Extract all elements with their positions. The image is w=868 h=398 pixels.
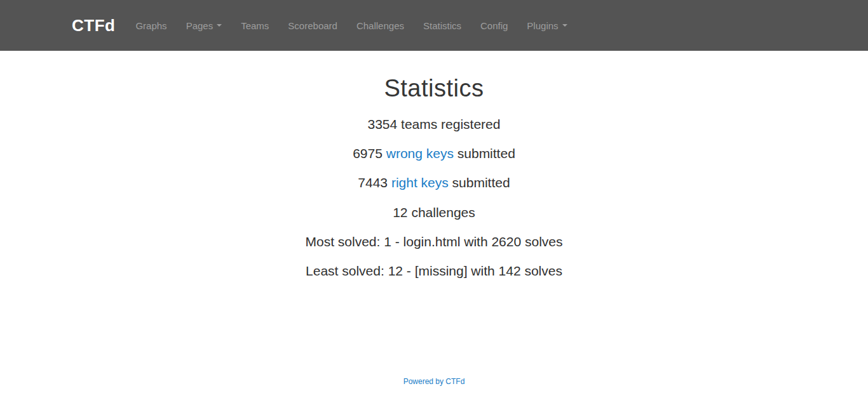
nav-item: Graphs — [126, 11, 176, 41]
nav-item: Config — [471, 11, 517, 41]
statistics-page: Statistics 3354 teams registered 6975 wr… — [0, 51, 868, 279]
right-keys-link[interactable]: right keys — [391, 175, 449, 190]
nav-item: Scoreboard — [278, 11, 347, 41]
nav-item-teams[interactable]: Teams — [231, 11, 278, 41]
footer: Powered by CTFd — [0, 375, 868, 387]
nav-item: Plugins — [517, 11, 576, 41]
nav-item-label: Teams — [241, 20, 269, 31]
nav-item: Challenges — [347, 11, 414, 41]
stat-right-keys-count: 7443 — [358, 175, 391, 190]
nav-item-pages[interactable]: Pages — [177, 11, 232, 41]
nav-item: Pages — [177, 11, 232, 41]
nav-item-label: Challenges — [356, 20, 404, 31]
stat-least-solved: Least solved: 12 - [missing] with 142 so… — [0, 263, 868, 279]
stat-wrong-keys-count: 6975 — [353, 146, 386, 161]
stat-most-solved: Most solved: 1 - login.html with 2620 so… — [0, 234, 868, 249]
nav-item-statistics[interactable]: Statistics — [414, 11, 471, 41]
nav-item-label: Pages — [186, 20, 214, 31]
nav-item-challenges[interactable]: Challenges — [347, 11, 414, 41]
nav-item-scoreboard[interactable]: Scoreboard — [278, 11, 347, 41]
stat-right-keys: 7443 right keys submitted — [0, 175, 868, 190]
brand-link[interactable]: CTFd — [72, 16, 115, 36]
nav-item-label: Statistics — [423, 20, 461, 31]
stat-teams-registered: 3354 teams registered — [0, 116, 868, 132]
caret-down-icon — [217, 24, 222, 27]
nav-item: Statistics — [414, 11, 471, 41]
caret-down-icon — [562, 24, 567, 27]
powered-by-link[interactable]: Powered by CTFd — [403, 377, 465, 386]
nav-item-plugins[interactable]: Plugins — [517, 11, 576, 41]
stat-challenges: 12 challenges — [0, 204, 868, 220]
stat-right-keys-suffix: submitted — [449, 175, 510, 190]
nav-item-label: Graphs — [135, 20, 166, 31]
wrong-keys-link[interactable]: wrong keys — [386, 146, 454, 161]
nav-list: Graphs Pages Teams Scoreboard — [126, 11, 576, 41]
page-title: Statistics — [0, 75, 868, 102]
nav-item-graphs[interactable]: Graphs — [126, 11, 176, 41]
navbar: CTFd Graphs Pages Teams Scoreboa — [0, 0, 868, 51]
nav-item-label: Scoreboard — [288, 20, 337, 31]
stat-wrong-keys: 6975 wrong keys submitted — [0, 145, 868, 161]
nav-item-config[interactable]: Config — [471, 11, 517, 41]
stat-wrong-keys-suffix: submitted — [454, 146, 515, 161]
nav-item-label: Plugins — [527, 20, 558, 31]
nav-item: Teams — [231, 11, 278, 41]
nav-item-label: Config — [480, 20, 508, 31]
navbar-container: CTFd Graphs Pages Teams Scoreboa — [62, 0, 806, 51]
